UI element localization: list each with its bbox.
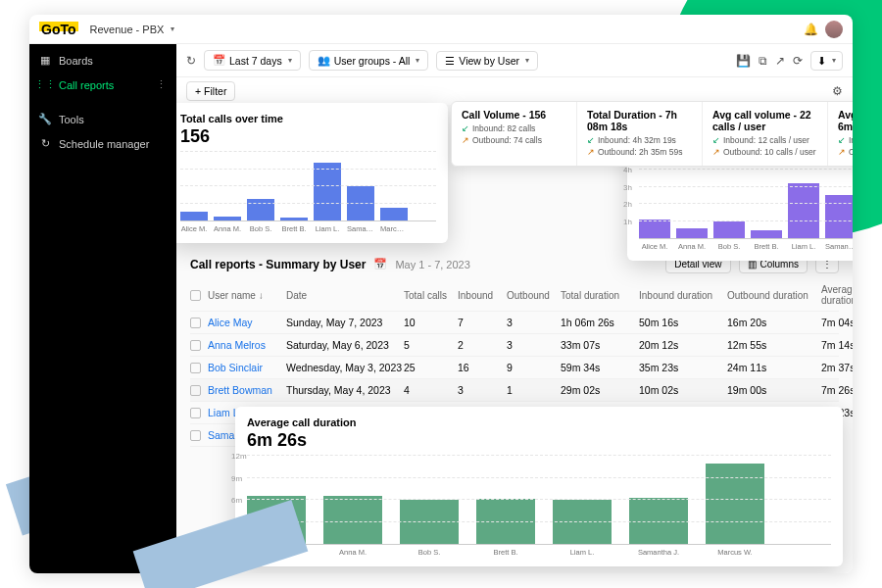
x-axis-label: Bob S.	[247, 224, 274, 233]
col-header[interactable]: Average duration	[821, 284, 853, 306]
chart-bar[interactable]	[825, 195, 853, 238]
card-title: Total calls over time	[180, 113, 436, 124]
user-name-link[interactable]: Anna Melros	[208, 339, 286, 351]
cell-inbound-duration: 50m 16s	[639, 317, 727, 328]
cell-total: 10	[404, 317, 458, 328]
cell-total: 4	[404, 384, 458, 396]
card-title: Average call duration	[247, 416, 831, 428]
chart-bar[interactable]	[180, 212, 208, 220]
chevron-down-icon: ▾	[171, 24, 174, 33]
cell-outbound: 1	[507, 384, 561, 396]
metric-inbound: Inbound: 12 calls / user	[723, 135, 809, 147]
cell-total-duration: 29m 02s	[561, 384, 639, 396]
metric-card[interactable]: Avg call volume - 22 calls / user ↙Inbou…	[703, 102, 828, 166]
cell-avg-duration: 2m 37s	[821, 362, 853, 373]
row-checkbox[interactable]	[190, 318, 201, 328]
copy-icon[interactable]: ⧉	[759, 54, 767, 68]
col-header[interactable]: Inbound duration	[639, 290, 727, 301]
refresh-data-icon[interactable]: ⟳	[793, 54, 803, 68]
metric-outbound: Outbound: 74 calls	[472, 135, 542, 147]
row-checkbox[interactable]	[190, 340, 201, 351]
col-user-name[interactable]: User name ↓	[208, 290, 286, 301]
chart-bar[interactable]	[553, 500, 612, 544]
sidebar-item-boards[interactable]: ▦ Boards	[29, 48, 176, 73]
row-checkbox[interactable]	[190, 408, 201, 418]
cell-inbound-duration: 35m 23s	[639, 362, 727, 373]
user-name-link[interactable]: Brett Bowman	[208, 384, 286, 396]
select-all-checkbox[interactable]	[190, 290, 201, 301]
metric-title: Total Duration - 7h 08m 18s	[587, 109, 692, 132]
chart-bar[interactable]	[639, 220, 670, 238]
x-axis-label: Marcus W.	[706, 548, 764, 557]
chevron-down-icon: ▾	[288, 56, 292, 65]
col-header[interactable]: Total calls	[404, 290, 458, 301]
outbound-icon: ↗	[838, 147, 846, 159]
refresh-icon[interactable]: ↻	[186, 54, 196, 68]
cell-total: 5	[404, 339, 458, 351]
cell-inbound-duration: 20m 12s	[639, 339, 727, 351]
date-range-picker[interactable]: 📅 Last 7 days ▾	[204, 50, 301, 71]
row-checkbox[interactable]	[190, 385, 201, 396]
user-groups-picker[interactable]: 👥 User groups - All ▾	[309, 50, 429, 71]
chart-bar[interactable]	[214, 217, 241, 220]
cell-inbound: 7	[458, 317, 507, 328]
chart-bar[interactable]	[347, 186, 374, 220]
row-checkbox[interactable]	[190, 363, 201, 373]
chart-bar[interactable]	[314, 163, 341, 221]
table-row[interactable]: Alice May Sunday, May 7, 2023 10 7 3 1h …	[190, 312, 839, 334]
chart-bar[interactable]	[280, 218, 308, 221]
metric-card[interactable]: Call Volume - 156 ↙Inbound: 82 calls ↗Ou…	[452, 102, 577, 166]
download-button[interactable]: ⬇▾	[810, 51, 843, 71]
bell-icon[interactable]: 🔔	[802, 21, 819, 38]
sidebar-item-label: Tools	[59, 114, 84, 125]
sidebar-item-call-reports[interactable]: ⋮⋮ Call reports ⋮	[29, 73, 176, 97]
cell-date: Sunday, May 7, 2023	[286, 317, 404, 328]
breadcrumb[interactable]: Revenue - PBX ▾	[90, 24, 175, 35]
sidebar-item-tools[interactable]: 🔧 Tools	[29, 107, 176, 131]
col-header[interactable]: Outbound	[507, 290, 561, 301]
boards-icon: ▦	[39, 54, 51, 67]
col-header[interactable]: Date	[286, 290, 404, 301]
col-header[interactable]: Outbound duration	[727, 290, 821, 301]
row-checkbox[interactable]	[190, 430, 201, 441]
share-icon[interactable]: ↗	[775, 54, 785, 68]
metric-card[interactable]: Total Duration - 7h 08m 18s ↙Inbound: 4h…	[577, 102, 703, 166]
metric-inbound: Inbound: 4h 32m 19s	[598, 135, 676, 147]
user-name-link[interactable]: Alice May	[208, 317, 286, 328]
x-axis-label: Brett B.	[280, 224, 308, 233]
col-header[interactable]: Inbound	[458, 290, 507, 301]
chart-bar[interactable]	[380, 208, 408, 220]
metric-title: Avg call volume - 22 calls / user	[712, 109, 817, 132]
chart-bar[interactable]	[713, 221, 745, 238]
chart-bar[interactable]	[400, 500, 459, 544]
call-reports-icon: ⋮⋮	[39, 78, 51, 91]
gear-icon[interactable]: ⚙	[832, 84, 843, 98]
chart-bar[interactable]	[706, 464, 764, 545]
total-calls-card: Total calls over time 156 20406080 Alice…	[176, 103, 448, 243]
table-row[interactable]: Brett Bowman Thursday, May 4, 2023 4 3 1…	[190, 379, 839, 402]
x-axis-label: Alice M.	[639, 242, 670, 251]
more-icon[interactable]: ⋮	[156, 78, 167, 91]
view-by-label: View by User	[459, 55, 519, 67]
avatar[interactable]	[825, 21, 843, 38]
chart-bar[interactable]	[788, 183, 819, 238]
add-filter-label: + Filter	[195, 85, 226, 97]
x-axis-label: Bob S.	[713, 242, 745, 251]
user-groups-icon: 👥	[318, 54, 330, 67]
view-by-picker[interactable]: ☰ View by User ▾	[436, 51, 538, 71]
chart-bar[interactable]	[751, 230, 782, 238]
date-range-label: Last 7 days	[229, 55, 282, 67]
table-row[interactable]: Bob Sinclair Wednesday, May 3, 2023 25 1…	[190, 357, 839, 379]
col-header[interactable]: Total duration	[561, 290, 639, 301]
section-title: Call reports - Summary by User	[190, 258, 366, 271]
add-filter-button[interactable]: + Filter	[186, 81, 235, 101]
sidebar-item-schedule-manager[interactable]: ↻ Schedule manager	[29, 131, 176, 156]
save-icon[interactable]: 💾	[736, 54, 751, 68]
cell-outbound-duration: 12m 55s	[727, 339, 821, 351]
x-axis-label: Liam L.	[553, 548, 612, 557]
table-row[interactable]: Anna Melros Saturday, May 6, 2023 5 2 3 …	[190, 334, 839, 357]
user-name-link[interactable]: Bob Sinclair	[208, 362, 286, 373]
chart-bar[interactable]	[676, 228, 708, 238]
cell-outbound: 3	[507, 339, 561, 351]
metric-card[interactable]: Avg call duration - 6m 26s ↙Inbound: 3m …	[828, 102, 853, 166]
